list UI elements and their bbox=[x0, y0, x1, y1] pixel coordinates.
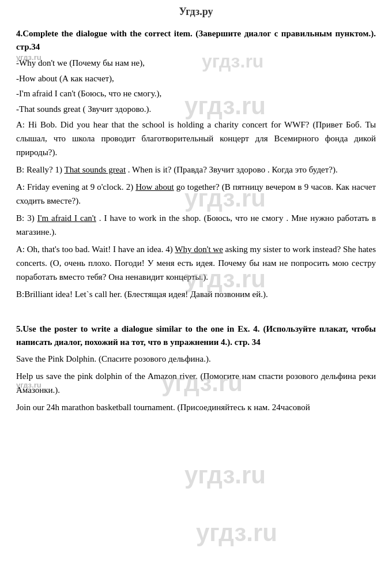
section4-item-1: -Why don't we (Почему бы нам не), bbox=[16, 57, 376, 70]
answer-4: Why don't we bbox=[175, 245, 223, 254]
dialogue-b2: B: 3) I'm afraid I can't . I have to wor… bbox=[16, 211, 376, 239]
section4-title: 4.Complete the dialogue with the correct… bbox=[16, 27, 376, 53]
speaker-b1-suffix: . When is it? (Правда? Звучит здорово . … bbox=[126, 165, 338, 174]
page-title: Угдз.ру bbox=[0, 0, 392, 22]
section5-line-3: Join our 24h marathon basketball tournam… bbox=[16, 400, 376, 414]
speaker-a2-prefix: A: Friday evening at 9 o'clock. 2) bbox=[16, 182, 135, 192]
speaker-a1: A: Hi Bob. Did you hear that the school … bbox=[16, 120, 376, 157]
watermark-7: угдз.ru bbox=[196, 519, 277, 547]
content-area: 4.Complete the dialogue with the correct… bbox=[0, 22, 392, 429]
section4-item-4: -That sounds great ( Звучит здорово.). bbox=[16, 103, 376, 116]
section5-text-3: Join our 24h marathon basketball tournam… bbox=[16, 403, 310, 412]
answer-2: How about bbox=[135, 182, 174, 192]
section5-text-2: Help us save the pink dolphin of the Ama… bbox=[16, 371, 376, 395]
watermark-6: угдз.ru bbox=[184, 461, 266, 489]
answer-3: I'm afraid I can't bbox=[37, 213, 96, 223]
section5-title: 5.Use the poster to write a dialogue sim… bbox=[16, 322, 376, 348]
speaker-b2-prefix: B: 3) bbox=[16, 213, 37, 223]
dialogue-b1: B: Really? 1) That sounds great . When i… bbox=[16, 163, 376, 177]
speaker-a3-prefix: A: Oh, that's too bad. Wait! I have an i… bbox=[16, 245, 175, 254]
section5-title-text: 5.Use the poster to write a dialogue sim… bbox=[16, 324, 376, 347]
section4-item-3: -I'm afraid I can't (Боюсь, что не смогу… bbox=[16, 87, 376, 100]
section5-line-1: Save the Pink Dolphin. (Спасите розового… bbox=[16, 352, 376, 366]
dialogue-a2: A: Friday evening at 9 o'clock. 2) How a… bbox=[16, 180, 376, 208]
section4-title-text: 4.Complete the dialogue with the correct… bbox=[16, 29, 376, 51]
speaker-b3: B:Brilliant idea! Let`s call her. (Блест… bbox=[16, 290, 268, 299]
dialogue-a3: A: Oh, that's too bad. Wait! I have an i… bbox=[16, 242, 376, 284]
dialogue-b3: B:Brilliant idea! Let`s call her. (Блест… bbox=[16, 287, 376, 301]
answer-1: That sounds great bbox=[64, 165, 126, 174]
speaker-b1-prefix: B: Really? 1) bbox=[16, 165, 64, 174]
section4-item-2: -How about (А как насчет), bbox=[16, 72, 376, 85]
section-divider bbox=[16, 309, 376, 319]
dialogue-a1: A: Hi Bob. Did you hear that the school … bbox=[16, 118, 376, 159]
section5-text-1: Save the Pink Dolphin. (Спасите розового… bbox=[16, 354, 211, 363]
section5-line-2: Help us save the pink dolphin of the Ama… bbox=[16, 369, 376, 397]
